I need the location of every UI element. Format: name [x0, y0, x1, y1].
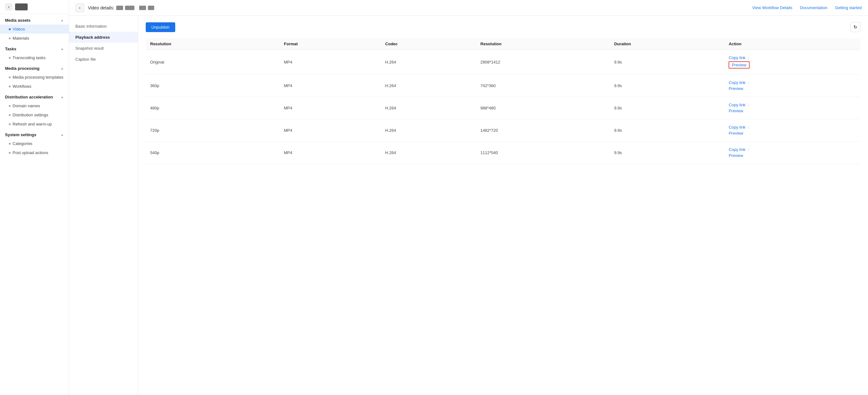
dot-icon [9, 114, 11, 116]
chevron-up-icon: ▲ [61, 133, 64, 137]
title-thumbnail-1 [116, 6, 123, 10]
detail-left-nav: Basic information Playback address Snaps… [69, 16, 138, 395]
preview-button[interactable]: Preview [728, 86, 743, 91]
cell-resolution: 988*480 [476, 97, 610, 119]
dot-icon [9, 77, 11, 78]
col-header-duration: Duration [610, 38, 724, 50]
nav-snapshot-result[interactable]: Snapshot result [69, 43, 138, 54]
cell-codec: H.264 [381, 119, 476, 142]
cell-resolution-label: 360p [146, 75, 279, 97]
dot-icon [9, 86, 11, 87]
col-header-format: Format [279, 38, 381, 50]
copy-link-button[interactable]: Copy link [728, 55, 745, 60]
sidebar-item-materials[interactable]: Materials [0, 34, 69, 43]
playback-table: Resolution Format Codec Resolution Durat… [146, 38, 861, 164]
cell-resolution: 2908*1412 [476, 50, 610, 75]
table-row: OriginalMP4H.2642908*14129.9sCopy link|P… [146, 50, 861, 75]
sidebar-item-videos[interactable]: Videos [0, 25, 69, 34]
cell-resolution-label: 540p [146, 142, 279, 164]
col-header-action: Action [724, 38, 861, 50]
documentation-link[interactable]: Documentation [800, 5, 827, 10]
sidebar-section-media-assets[interactable]: Media assets ▲ [0, 14, 69, 25]
refresh-icon: ↻ [854, 25, 857, 30]
sidebar-item-refresh-warmup[interactable]: Refresh and warm-up [0, 119, 69, 129]
sidebar-item-transcoding-tasks[interactable]: Transcoding tasks [0, 53, 69, 62]
cell-codec: H.264 [381, 75, 476, 97]
table-row: 360pMP4H.264742*3609.9sCopy link|Preview [146, 75, 861, 97]
content-area: Basic information Playback address Snaps… [69, 16, 868, 395]
sidebar-item-domain-names[interactable]: Domain names [0, 101, 69, 110]
table-area: Unpublish ↻ Resolution Format Codec Reso… [138, 16, 868, 395]
sidebar-section-system-settings[interactable]: System settings ▲ [0, 129, 69, 139]
sidebar-back-button[interactable]: ‹ [5, 3, 12, 11]
sidebar-item-distribution-settings[interactable]: Distribution settings [0, 110, 69, 119]
dot-icon [9, 37, 11, 39]
cell-duration: 9.9s [610, 75, 724, 97]
cell-action: Copy link|Preview [724, 75, 861, 97]
col-header-resolution-label: Resolution [146, 38, 279, 50]
cell-format: MP4 [279, 97, 381, 119]
table-row: 480pMP4H.264988*4809.9sCopy link|Preview [146, 97, 861, 119]
preview-button[interactable]: Preview [728, 131, 743, 136]
chevron-up-icon: ▲ [61, 19, 64, 22]
copy-link-button[interactable]: Copy link [728, 80, 745, 85]
dot-icon [9, 143, 11, 145]
unpublish-button[interactable]: Unpublish [146, 22, 175, 32]
getting-started-link[interactable]: Getting started [835, 5, 862, 10]
action-divider: | [748, 125, 749, 130]
copy-link-button[interactable]: Copy link [728, 103, 745, 107]
cell-action: Copy link|Preview [724, 142, 861, 164]
action-bar: Unpublish ↻ [146, 22, 861, 32]
title-thumbnail-2 [125, 6, 134, 10]
refresh-button[interactable]: ↻ [850, 22, 861, 32]
dot-icon [9, 28, 11, 30]
chevron-up-icon: ▲ [61, 47, 64, 51]
topbar-back-button[interactable]: ‹ [75, 3, 84, 12]
dot-icon [9, 57, 11, 59]
copy-link-button[interactable]: Copy link [728, 125, 745, 130]
title-thumbnail-3 [139, 6, 146, 10]
preview-button[interactable]: Preview [728, 109, 743, 113]
cell-resolution-label: Original [146, 50, 279, 75]
logo [15, 3, 28, 10]
nav-basic-information[interactable]: Basic information [69, 21, 138, 32]
cell-action: Copy link|Preview [724, 119, 861, 142]
cell-duration: 9.9s [610, 50, 724, 75]
sidebar-item-post-upload-actions[interactable]: Post upload actions [0, 148, 69, 157]
cell-resolution-label: 720p [146, 119, 279, 142]
cell-codec: H.264 [381, 50, 476, 75]
topbar-links: View Workflow Details Documentation Gett… [752, 5, 862, 10]
cell-resolution: 742*360 [476, 75, 610, 97]
copy-link-button[interactable]: Copy link [728, 147, 745, 152]
dot-icon [9, 105, 11, 107]
table-row: 720pMP4H.2641482*7209.9sCopy link|Previe… [146, 119, 861, 142]
action-divider: | [748, 103, 749, 107]
cell-codec: H.264 [381, 97, 476, 119]
cell-action: Copy link|Preview [724, 97, 861, 119]
main-content: ‹ Video details: · View Workflow Details… [69, 0, 868, 395]
table-row: 540pMP4H.2641112*5409.9sCopy link|Previe… [146, 142, 861, 164]
nav-playback-address[interactable]: Playback address [69, 32, 138, 43]
sidebar: ‹ Media assets ▲ Videos Materials Tasks … [0, 0, 69, 395]
sidebar-item-workflows[interactable]: Workflows [0, 82, 69, 91]
cell-resolution: 1482*720 [476, 119, 610, 142]
nav-caption-file[interactable]: Caption file [69, 54, 138, 65]
cell-format: MP4 [279, 50, 381, 75]
sidebar-item-media-processing-templates[interactable]: Media processing templates [0, 73, 69, 82]
action-divider: | [748, 55, 749, 60]
title-thumbnail-4 [148, 6, 154, 10]
cell-format: MP4 [279, 119, 381, 142]
preview-button[interactable]: Preview [728, 61, 749, 68]
cell-duration: 9.9s [610, 119, 724, 142]
sidebar-section-distribution-acceleration[interactable]: Distribution acceleration ▲ [0, 91, 69, 101]
sidebar-section-media-processing[interactable]: Media processing ▲ [0, 62, 69, 73]
chevron-up-icon: ▲ [61, 67, 64, 70]
sidebar-section-tasks[interactable]: Tasks ▲ [0, 43, 69, 53]
sidebar-item-categories[interactable]: Categories [0, 139, 69, 148]
preview-button[interactable]: Preview [728, 153, 743, 158]
sidebar-top: ‹ [0, 0, 69, 14]
cell-format: MP4 [279, 142, 381, 164]
cell-codec: H.264 [381, 142, 476, 164]
view-workflow-details-link[interactable]: View Workflow Details [752, 5, 792, 10]
action-divider: | [748, 80, 749, 85]
